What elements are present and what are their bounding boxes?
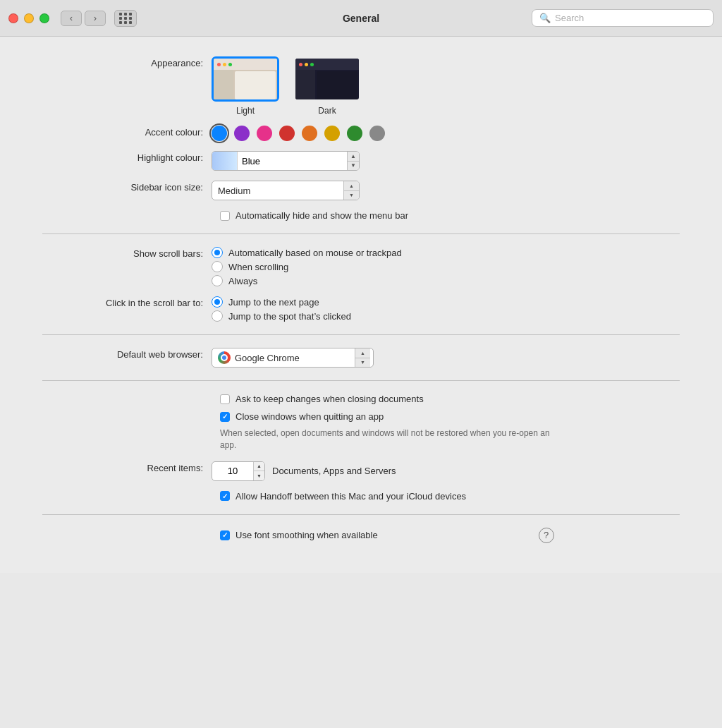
accent-colour-row: Accent colour: [42, 126, 680, 141]
sidebar-size-down[interactable]: ▼ [344, 191, 359, 200]
appearance-light-option[interactable]: Light [212, 56, 279, 116]
window-title: General [343, 13, 379, 24]
fullscreen-button[interactable] [39, 13, 49, 23]
accent-orange[interactable] [302, 126, 317, 141]
handoff-checkbox[interactable] [220, 491, 230, 501]
sidebar-size-up[interactable]: ▲ [344, 181, 359, 191]
click-scroll-next-radio[interactable] [212, 296, 223, 308]
highlight-colour-select[interactable]: Blue Red Orange Yellow Green Purple Grap… [238, 156, 347, 166]
recent-items-arrows: ▲ ▼ [253, 462, 264, 480]
forward-button[interactable]: › [85, 11, 106, 26]
appearance-light-thumb[interactable] [212, 56, 279, 102]
menu-bar-checkbox[interactable] [220, 211, 230, 221]
handoff-label: Allow Handoff between this Mac and your … [235, 491, 466, 502]
highlight-color-swatch [212, 152, 238, 170]
close-button[interactable] [8, 13, 18, 23]
search-icon: 🔍 [539, 13, 551, 23]
scroll-bars-label: Show scroll bars: [42, 247, 212, 259]
recent-items-down[interactable]: ▼ [254, 471, 264, 480]
search-input[interactable] [555, 13, 706, 23]
click-scroll-spot-label: Jump to the spot that’s clicked [228, 311, 351, 322]
click-scroll-spot-row: Jump to the spot that’s clicked [212, 310, 680, 322]
search-bar[interactable]: 🔍 [532, 9, 714, 27]
settings-content: Appearance: [0, 37, 722, 573]
appearance-light-label: Light [236, 106, 255, 116]
appearance-row: Appearance: [42, 56, 680, 116]
font-smoothing-label: Use font smoothing when available [235, 530, 378, 540]
appearance-options: Light Dark [212, 56, 680, 116]
font-smoothing-checkbox[interactable] [220, 530, 230, 540]
browser-stepper-down[interactable]: ▼ [355, 358, 370, 368]
browser-stepper-up[interactable]: ▲ [355, 348, 370, 358]
divider-3 [42, 380, 680, 381]
appearance-control: Light Dark [212, 56, 680, 116]
click-scroll-spot-radio[interactable] [212, 310, 223, 322]
scroll-bars-row: Show scroll bars: Automatically based on… [42, 247, 680, 286]
recent-items-suffix: Documents, Apps and Servers [272, 466, 396, 476]
accent-pink[interactable] [257, 126, 272, 141]
help-button[interactable]: ? [539, 528, 554, 543]
default-browser-label: Default web browser: [42, 348, 212, 360]
recent-items-stepper[interactable]: 10 ▲ ▼ [212, 461, 265, 481]
browser-name: Google Chrome [235, 353, 350, 363]
browser-stepper: ▲ ▼ [355, 348, 370, 367]
title-bar: ‹ › General 🔍 [0, 0, 722, 37]
sidebar-icon-size-control: Medium ▲ ▼ [212, 181, 680, 200]
font-smoothing-checkbox-row: Use font smoothing when available ? [220, 528, 680, 543]
scroll-auto-row: Automatically based on mouse or trackpad [212, 247, 680, 258]
menu-bar-checkbox-label: Automatically hide and show the menu bar [235, 210, 408, 221]
appearance-dark-thumb[interactable] [293, 56, 361, 102]
minimize-button[interactable] [24, 13, 34, 23]
accent-colour-label: Accent colour: [42, 126, 212, 138]
ask-keep-changes-control: Ask to keep changes when closing documen… [220, 394, 680, 451]
scroll-always-radio[interactable] [212, 275, 223, 286]
accent-graphite[interactable] [369, 126, 385, 141]
close-windows-note: When selected, open documents and window… [220, 427, 558, 451]
highlight-select-wrapper[interactable]: Blue Red Orange Yellow Green Purple Grap… [212, 151, 360, 171]
highlight-colour-row: Highlight colour: Blue Red Orange Yellow… [42, 151, 680, 171]
recent-items-inline: 10 ▲ ▼ Documents, Apps and Servers [212, 461, 680, 481]
grid-icon [119, 13, 133, 24]
chrome-icon [218, 351, 231, 364]
accent-green[interactable] [347, 126, 362, 141]
accent-red[interactable] [279, 126, 295, 141]
scroll-when-scrolling-label: When scrolling [228, 262, 288, 272]
accent-yellow[interactable] [324, 126, 340, 141]
accent-colour-control [212, 126, 680, 141]
accent-colors [212, 126, 680, 141]
click-scroll-next-label: Jump to the next page [228, 297, 319, 308]
close-windows-checkbox-row: Close windows when quitting an app [220, 411, 680, 422]
sidebar-size-stepper: ▲ ▼ [343, 181, 359, 200]
highlight-stepper-up[interactable]: ▲ [348, 152, 359, 162]
recent-items-row: Recent items: 10 ▲ ▼ Documents, Apps and… [42, 461, 680, 481]
scroll-auto-label: Automatically based on mouse or trackpad [228, 248, 402, 258]
scroll-auto-radio[interactable] [212, 247, 223, 258]
browser-select-wrapper[interactable]: Google Chrome ▲ ▼ [212, 348, 374, 368]
highlight-stepper: ▲ ▼ [347, 152, 359, 170]
menu-bar-checkbox-row: Automatically hide and show the menu bar [220, 210, 680, 221]
ask-keep-changes-label: Ask to keep changes when closing documen… [235, 394, 424, 404]
handoff-control: Allow Handoff between this Mac and your … [220, 491, 680, 502]
font-smoothing-row: Use font smoothing when available ? [220, 528, 680, 543]
nav-buttons: ‹ › [61, 11, 106, 26]
scroll-always-row: Always [212, 275, 680, 286]
back-button[interactable]: ‹ [61, 11, 82, 26]
recent-items-up[interactable]: ▲ [254, 462, 264, 472]
scroll-when-scrolling-row: When scrolling [212, 261, 680, 272]
highlight-stepper-down[interactable]: ▼ [348, 162, 359, 171]
divider-2 [42, 334, 680, 335]
appearance-label: Appearance: [42, 56, 212, 68]
scroll-when-scrolling-radio[interactable] [212, 261, 223, 272]
close-windows-checkbox[interactable] [220, 412, 230, 422]
ask-keep-changes-checkbox-row: Ask to keep changes when closing documen… [220, 394, 680, 404]
ask-keep-changes-checkbox[interactable] [220, 394, 230, 404]
accent-purple[interactable] [234, 126, 250, 141]
grid-button[interactable] [114, 10, 137, 27]
handoff-checkbox-row: Allow Handoff between this Mac and your … [220, 491, 680, 502]
ask-keep-changes-row: Ask to keep changes when closing documen… [220, 394, 680, 451]
accent-blue[interactable] [212, 126, 227, 141]
font-smoothing-control: Use font smoothing when available ? [220, 528, 680, 543]
sidebar-icon-size-select[interactable]: Medium ▲ ▼ [212, 181, 360, 200]
appearance-dark-option[interactable]: Dark [293, 56, 361, 116]
default-browser-control: Google Chrome ▲ ▼ [212, 348, 680, 368]
